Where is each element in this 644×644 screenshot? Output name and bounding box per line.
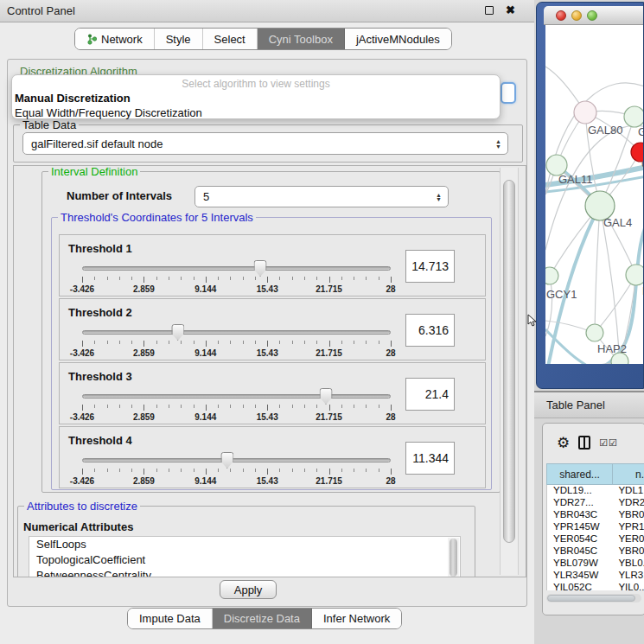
- column-header-name[interactable]: n...: [613, 463, 644, 485]
- attribute-item[interactable]: SelfLoops: [29, 537, 460, 552]
- slider-thumb[interactable]: [171, 324, 184, 341]
- cell-shared-name[interactable]: YBL079W: [547, 558, 613, 570]
- close-traffic-light-icon[interactable]: [556, 10, 566, 21]
- cell-name[interactable]: YLR3...: [613, 570, 644, 582]
- table-horizontal-scrollbar[interactable]: [546, 594, 641, 603]
- threshold-2-value-field[interactable]: 6.316: [405, 314, 455, 347]
- slider-track[interactable]: [82, 394, 391, 399]
- tab-infer-network[interactable]: Infer Network: [312, 609, 401, 628]
- table-row[interactable]: YBR043CYBR0...: [547, 509, 644, 521]
- scrollbar-thumb[interactable]: [450, 539, 457, 577]
- network-view-window[interactable]: GAL80GACGAL11GAL4GCY1HHAP2: [536, 2, 644, 389]
- tab-impute-data[interactable]: Impute Data: [128, 609, 213, 628]
- slider-tick: [82, 405, 83, 411]
- network-node[interactable]: [624, 106, 643, 127]
- algorithm-option-manual[interactable]: Manual Discretization: [12, 91, 500, 105]
- gear-icon[interactable]: ⚙: [557, 436, 570, 450]
- tab-infer-network-label: Infer Network: [323, 612, 390, 625]
- cell-name[interactable]: YDL1...: [613, 485, 644, 497]
- table-row[interactable]: YLR345WYLR3...: [547, 570, 644, 582]
- cell-shared-name[interactable]: YIL052C: [547, 582, 613, 590]
- cell-name[interactable]: YIL0...: [613, 582, 644, 590]
- slider-tick: [329, 405, 330, 411]
- tab-discretize-data[interactable]: Discretize Data: [213, 609, 312, 628]
- threshold-2-slider[interactable]: -3.4262.8599.14415.4321.71528: [82, 325, 391, 360]
- slider-tick: [243, 277, 244, 280]
- network-node[interactable]: [626, 265, 643, 285]
- table-row[interactable]: YER054CYER0...: [547, 533, 644, 545]
- network-canvas[interactable]: GAL80GACGAL11GAL4GCY1HHAP2: [545, 25, 643, 364]
- cell-shared-name[interactable]: YPR145W: [547, 521, 613, 533]
- column-header-shared-name[interactable]: shared...: [546, 463, 613, 485]
- table-panel-titlebar[interactable]: Table Panel: [534, 392, 644, 418]
- threshold-4-slider[interactable]: -3.4262.8599.14415.4321.71528: [82, 453, 391, 488]
- select-columns-icon[interactable]: ☑☑: [599, 437, 618, 449]
- number-of-intervals-combobox[interactable]: 5 ▲▼: [194, 186, 449, 207]
- slider-thumb[interactable]: [220, 452, 233, 469]
- slider-track[interactable]: [82, 266, 391, 271]
- float-window-icon[interactable]: [485, 6, 494, 15]
- table-row[interactable]: YIL052CYIL0...: [547, 582, 644, 590]
- tab-network[interactable]: Network: [75, 29, 155, 49]
- cell-name[interactable]: YER0...: [613, 533, 644, 545]
- tab-cyni-toolbox[interactable]: Cyni Toolbox: [258, 29, 345, 49]
- slider-thumb[interactable]: [254, 260, 267, 277]
- threshold-3-value-field[interactable]: 21.4: [405, 378, 455, 411]
- split-columns-icon[interactable]: [578, 436, 590, 450]
- tab-style[interactable]: Style: [155, 29, 203, 49]
- threshold-1-value-field[interactable]: 14.713: [405, 250, 455, 283]
- network-window-titlebar[interactable]: [544, 6, 643, 25]
- algorithm-option-equal-width[interactable]: Equal Width/Frequency Discretization: [12, 105, 500, 120]
- cell-shared-name[interactable]: YDR27...: [547, 497, 613, 509]
- cell-shared-name[interactable]: YBR043C: [547, 509, 613, 521]
- scrollbar-thumb[interactable]: [547, 595, 635, 602]
- settings-vertical-scrollbar[interactable]: [500, 168, 519, 575]
- network-node-label: HAP2: [597, 342, 627, 355]
- table-data-selected-value: galFiltered.sif default node: [31, 137, 163, 150]
- table-row[interactable]: YBR045CYBR0...: [547, 545, 644, 558]
- slider-tick: [119, 277, 120, 280]
- slider-tick: [206, 469, 207, 475]
- threshold-3-slider[interactable]: -3.4262.8599.14415.4321.71528: [82, 389, 391, 424]
- close-icon[interactable]: ✖: [506, 6, 515, 15]
- attributes-list-scrollbar[interactable]: [448, 538, 459, 577]
- network-node[interactable]: [574, 101, 596, 124]
- cell-shared-name[interactable]: YBR045C: [547, 545, 613, 558]
- zoom-traffic-light-icon[interactable]: [587, 10, 597, 21]
- cell-name[interactable]: YBR0...: [613, 509, 644, 521]
- table-row[interactable]: YBL079WYBL0...: [547, 558, 644, 570]
- cell-name[interactable]: YBL0...: [613, 558, 644, 570]
- slider-thumb[interactable]: [320, 388, 333, 405]
- cell-name[interactable]: YPR1...: [613, 521, 644, 533]
- table-row[interactable]: YDR27...YDR2...: [547, 497, 644, 509]
- tab-select[interactable]: Select: [203, 29, 258, 49]
- slider-track[interactable]: [82, 458, 391, 462]
- scrollbar-thumb[interactable]: [503, 180, 515, 543]
- slider-track[interactable]: [82, 330, 391, 335]
- slider-tick: [156, 277, 157, 280]
- cell-shared-name[interactable]: YLR345W: [547, 570, 613, 582]
- minimize-traffic-light-icon[interactable]: [571, 10, 582, 21]
- cell-name[interactable]: YBR0...: [613, 545, 644, 558]
- control-panel-titlebar[interactable]: Control Panel ✖: [0, 0, 534, 22]
- cell-name[interactable]: YDR2...: [613, 497, 644, 509]
- network-node[interactable]: [545, 267, 558, 284]
- algorithm-placeholder-option[interactable]: Select algorithm to view settings: [12, 77, 500, 91]
- cell-shared-name[interactable]: YDL19...: [547, 485, 613, 497]
- algorithm-combobox-focus-ring[interactable]: [501, 82, 516, 104]
- threshold-4-value-field[interactable]: 11.344: [405, 442, 455, 475]
- threshold-1-slider[interactable]: -3.4262.8599.14415.4321.71528: [82, 261, 391, 296]
- table-panel-title: Table Panel: [546, 399, 605, 411]
- tab-jactivemnodules[interactable]: jActiveMNodules: [345, 29, 451, 49]
- attribute-item[interactable]: TopologicalCoefficient: [29, 552, 460, 568]
- attribute-item[interactable]: BetweennessCentrality: [29, 568, 460, 577]
- network-graph: GAL80GACGAL11GAL4GCY1HHAP2: [545, 25, 643, 364]
- network-node[interactable]: [586, 324, 603, 341]
- table-row[interactable]: YDL19...YDL1...: [547, 485, 644, 497]
- numerical-attributes-list[interactable]: SelfLoopsTopologicalCoefficientBetweenne…: [29, 536, 461, 577]
- number-of-intervals-value: 5: [203, 190, 209, 203]
- table-data-combobox[interactable]: galFiltered.sif default node ▲▼: [22, 132, 508, 155]
- cell-shared-name[interactable]: YER054C: [547, 533, 613, 545]
- apply-button[interactable]: Apply: [220, 580, 277, 599]
- table-row[interactable]: YPR145WYPR1...: [547, 521, 644, 533]
